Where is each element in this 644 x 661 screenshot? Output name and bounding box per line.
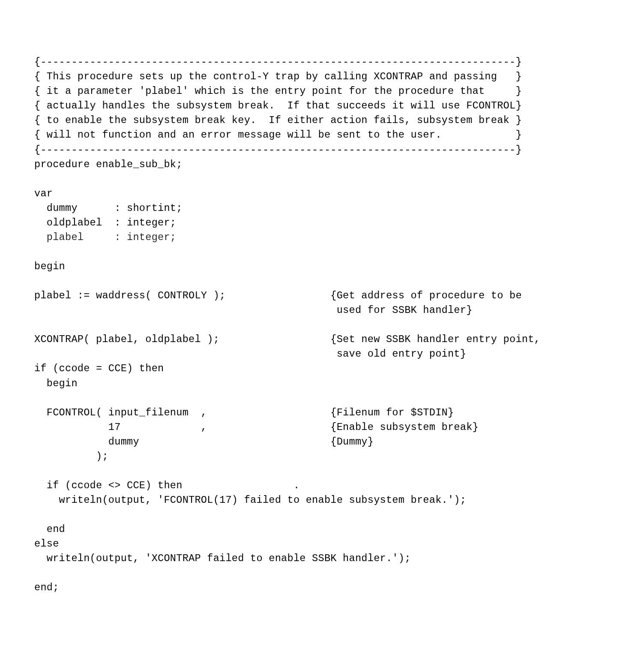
- code-line: begin: [34, 261, 65, 272]
- code-listing: {---------------------------------------…: [34, 55, 610, 595]
- code-line: );: [34, 451, 108, 462]
- code-line: used for SSBK handler}: [34, 304, 473, 316]
- code-line: end: [34, 523, 65, 535]
- code-line: if (ccode <> CCE) then .: [34, 480, 300, 491]
- code-line: { This procedure sets up the control-Y t…: [34, 71, 522, 82]
- code-line: { actually handles the subsystem break. …: [34, 100, 522, 111]
- code-line: XCONTRAP( plabel, oldplabel ); {Set new …: [34, 334, 540, 345]
- code-line: {---------------------------------------…: [34, 56, 522, 68]
- code-line: {---------------------------------------…: [34, 144, 522, 156]
- code-line: save old entry point}: [34, 348, 466, 360]
- code-line: end;: [34, 582, 59, 593]
- code-line: 17 , {Enable subsystem break}: [34, 421, 479, 433]
- code-line: { it a parameter 'plabel' which is the e…: [34, 85, 522, 97]
- code-line: { to enable the subsystem break key. If …: [34, 114, 522, 126]
- code-line: { will not function and an error message…: [34, 129, 522, 141]
- code-line: writeln(output, 'FCONTROL(17) failed to …: [34, 494, 466, 506]
- code-line: writeln(output, 'XCONTRAP failed to enab…: [34, 553, 411, 564]
- code-line: oldplabel : integer;: [34, 217, 176, 228]
- code-line: var: [34, 188, 53, 199]
- code-line: dummy {Dummy}: [34, 436, 374, 448]
- code-line: begin: [34, 378, 78, 389]
- code-line: FCONTROL( input_filenum , {Filenum for $…: [34, 407, 454, 418]
- code-line: else: [34, 538, 59, 550]
- code-line: procedure enable_sub_bk;: [34, 159, 183, 170]
- code-line: plabel : integer;: [34, 231, 176, 243]
- code-line: if (ccode = CCE) then: [34, 363, 164, 374]
- code-line: dummy : shortint;: [34, 202, 183, 214]
- code-line: plabel := waddress( CONTROLY ); {Get add…: [34, 290, 522, 301]
